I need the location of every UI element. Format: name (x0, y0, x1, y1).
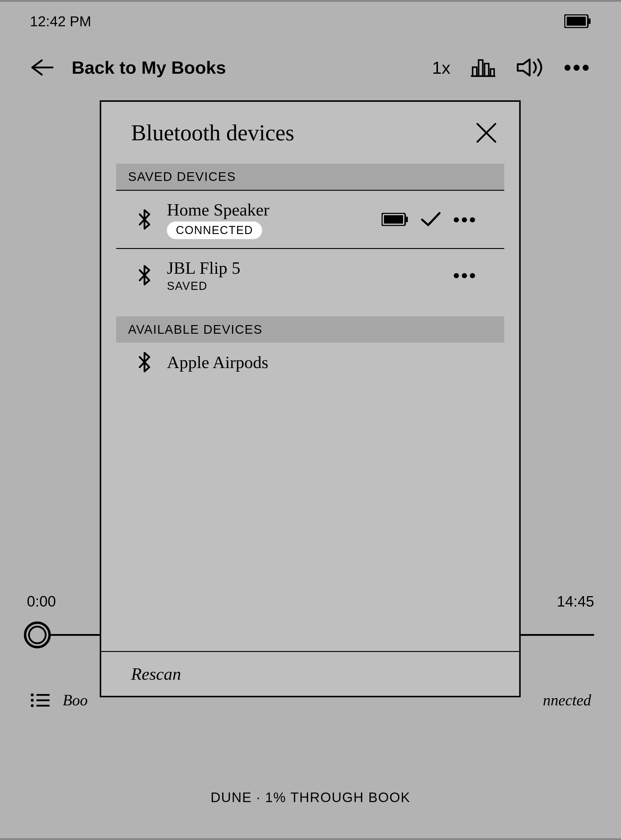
bottom-left-text: Boo (63, 691, 88, 709)
svg-rect-11 (406, 217, 408, 222)
available-devices-header: AVAILABLE DEVICES (116, 316, 504, 343)
clock: 12:42 PM (30, 13, 91, 30)
check-icon (420, 211, 441, 227)
equalizer-icon[interactable] (468, 57, 498, 78)
battery-icon (564, 14, 591, 28)
screen: 12:42 PM Back to My Books 1x (0, 0, 621, 840)
status-bar: 12:42 PM (0, 2, 621, 41)
device-row[interactable]: JBL Flip 5 SAVED ••• (116, 249, 504, 301)
book-progress: DUNE · 1% THROUGH BOOK (0, 789, 621, 805)
device-more-icon[interactable]: ••• (453, 265, 477, 286)
device-status: SAVED (167, 280, 240, 292)
playback-speed[interactable]: 1x (432, 58, 450, 78)
bluetooth-icon (134, 265, 155, 286)
remaining-time: 14:45 (557, 593, 594, 610)
more-menu[interactable]: ••• (564, 56, 591, 79)
device-row[interactable]: Home Speaker CONNECTED (116, 191, 504, 249)
device-name: JBL Flip 5 (167, 258, 240, 278)
svg-rect-5 (485, 64, 489, 76)
device-battery-icon (382, 213, 409, 226)
device-row[interactable]: Apple Airpods (116, 343, 504, 381)
list-icon[interactable] (30, 692, 51, 709)
rescan-button[interactable]: Rescan (101, 651, 519, 696)
dialog-title: Bluetooth devices (131, 120, 294, 146)
svg-rect-2 (566, 17, 586, 26)
bluetooth-icon (134, 209, 155, 230)
svg-rect-4 (479, 60, 483, 76)
svg-rect-12 (384, 215, 403, 224)
back-label[interactable]: Back to My Books (72, 57, 226, 78)
saved-devices-header: SAVED DEVICES (116, 163, 504, 191)
elapsed-time: 0:00 (27, 593, 56, 610)
device-more-icon[interactable]: ••• (453, 209, 477, 230)
device-status: CONNECTED (167, 221, 262, 239)
scrubber-knob[interactable] (24, 622, 51, 648)
back-arrow-icon[interactable] (30, 59, 54, 76)
bottom-right-text: nnected (543, 691, 591, 709)
close-icon[interactable] (474, 121, 498, 145)
svg-rect-3 (473, 67, 477, 76)
svg-rect-6 (491, 69, 494, 76)
svg-point-9 (31, 704, 34, 707)
device-name: Apple Airpods (167, 352, 268, 372)
top-nav: Back to My Books 1x ••• (0, 47, 621, 88)
device-name: Home Speaker (167, 200, 269, 220)
svg-point-8 (31, 699, 34, 702)
svg-point-7 (31, 693, 34, 696)
bluetooth-dialog: Bluetooth devices SAVED DEVICES Home Spe… (100, 100, 521, 697)
svg-rect-1 (588, 18, 591, 24)
speaker-icon[interactable] (516, 57, 546, 78)
bluetooth-icon (134, 352, 155, 372)
